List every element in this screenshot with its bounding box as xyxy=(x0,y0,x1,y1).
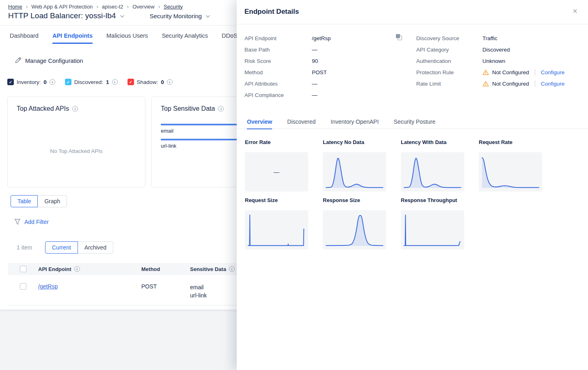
detail-row: Base Path — xyxy=(244,45,318,54)
detail-row: API Endpoint /getRsp xyxy=(244,34,331,42)
top-attacked-apis-card: Top Attacked APIs No Top Attacked APIs xyxy=(7,97,145,187)
col-method: Method xyxy=(141,266,190,272)
chevron-right-icon xyxy=(127,3,129,10)
shadow-count: 0 xyxy=(161,79,164,85)
tab-security-analytics[interactable]: Security Analytics xyxy=(162,32,208,44)
divider xyxy=(237,129,588,129)
manage-configuration-button[interactable]: Manage Configuration xyxy=(15,57,83,64)
breadcrumb-overview[interactable]: Overview xyxy=(132,4,154,10)
tab-api-endpoints[interactable]: API Endpoints xyxy=(52,32,93,44)
no-data-dash: — xyxy=(274,169,279,175)
col-api-endpoint: API Endpoint xyxy=(38,266,71,272)
info-icon[interactable] xyxy=(72,106,78,112)
monitoring-mode-select[interactable]: Security Monitoring xyxy=(150,13,209,19)
detail-row: Discovery Source Traffic xyxy=(416,34,497,42)
panel-tab-security-posture[interactable]: Security Posture xyxy=(394,118,436,129)
endpoint-link[interactable]: /getRsp xyxy=(38,283,58,290)
request-rate-chart: Request Rate xyxy=(479,139,542,191)
chevron-right-icon xyxy=(96,3,98,10)
warning-icon xyxy=(482,69,489,75)
sparkline xyxy=(245,210,308,250)
row-checkbox[interactable] xyxy=(20,283,26,290)
header-divider xyxy=(0,25,237,26)
page-title-row: HTTP Load Balancer: yossi-lb4 Security M… xyxy=(8,11,209,20)
chevron-down-icon[interactable] xyxy=(120,13,124,17)
endpoint-details-panel: Endpoint Details × API Endpoint /getRsp … xyxy=(237,0,588,370)
sparkline xyxy=(401,210,464,250)
legend-item-discovered: Discovered: 1 xyxy=(65,79,118,85)
breadcrumb-namespace[interactable]: apisec-t2 xyxy=(102,4,123,10)
select-all-checkbox[interactable] xyxy=(20,266,26,272)
info-icon[interactable] xyxy=(167,79,173,85)
funnel-icon xyxy=(14,219,21,225)
inventory-checkbox[interactable] xyxy=(7,79,14,85)
detail-row: API Compliance — xyxy=(244,91,318,99)
table-view-button[interactable]: Table xyxy=(11,195,38,207)
state-toggle: Current Archived xyxy=(45,241,113,254)
panel-tab-overview[interactable]: Overview xyxy=(247,118,272,129)
sparkline xyxy=(323,152,386,191)
top-attacked-empty-text: No Top Attacked APIs xyxy=(8,148,145,154)
screen: Home Web App & API Protection apisec-t2 … xyxy=(0,0,588,370)
close-icon[interactable]: × xyxy=(573,7,577,15)
breadcrumb-security[interactable]: Security xyxy=(164,4,183,10)
main-tabs: Dashboard API Endpoints Malicious Users … xyxy=(10,32,238,44)
sparkline xyxy=(401,152,464,191)
chevron-right-icon xyxy=(26,3,28,10)
discovered-count: 1 xyxy=(106,79,109,85)
panel-header: Endpoint Details × xyxy=(237,0,588,24)
info-icon[interactable] xyxy=(229,266,235,272)
panel-tab-inventory-openapi[interactable]: Inventory OpenAPI xyxy=(331,118,378,129)
chevron-down-icon xyxy=(206,13,210,17)
panel-tabs: Overview Discovered Inventory OpenAPI Se… xyxy=(247,118,435,129)
detail-row: API Attributes — xyxy=(244,80,318,88)
tab-dashboard[interactable]: Dashboard xyxy=(10,32,39,44)
detail-row: Risk Score 90 xyxy=(244,57,318,65)
panel-title: Endpoint Details xyxy=(244,8,299,16)
legend-item-shadow: Shadow: 0 xyxy=(128,79,173,85)
info-icon[interactable] xyxy=(50,79,55,85)
item-count: 1 item xyxy=(17,244,32,251)
copy-icon[interactable] xyxy=(396,34,402,41)
divider xyxy=(535,80,535,87)
page-title: HTTP Load Balancer: yossi-lb4 xyxy=(8,11,116,20)
method-cell: POST xyxy=(141,283,190,290)
info-icon[interactable] xyxy=(112,79,118,85)
warning-icon xyxy=(482,81,489,87)
info-icon[interactable] xyxy=(218,106,224,112)
tab-ddos[interactable]: DDoS xyxy=(222,32,238,44)
endpoint-type-legend: Inventory: 0 Discovered: 1 Shadow: 0 xyxy=(7,79,173,85)
top-attacked-title: Top Attacked APIs xyxy=(17,105,69,112)
inventory-count: 0 xyxy=(43,79,47,85)
configure-rate-limit-link[interactable]: Configure xyxy=(541,81,565,87)
detail-row: Protection Rule Not Configured Configure xyxy=(416,68,564,76)
manage-configuration-label: Manage Configuration xyxy=(25,58,83,64)
graph-view-button[interactable]: Graph xyxy=(37,195,67,207)
current-button[interactable]: Current xyxy=(45,241,78,254)
panel-tab-discovered[interactable]: Discovered xyxy=(287,118,316,129)
tab-malicious-users[interactable]: Malicious Users xyxy=(106,32,148,44)
col-sensitive-data: Sensitive Data xyxy=(190,266,226,272)
error-rate-chart: Error Rate — xyxy=(245,139,308,191)
shadow-checkbox[interactable] xyxy=(128,79,134,85)
configure-protection-rule-link[interactable]: Configure xyxy=(541,69,565,75)
legend-item-inventory: Inventory: 0 xyxy=(7,79,55,85)
add-filter-button[interactable]: Add Filter xyxy=(14,219,49,225)
request-size-chart: Request Size xyxy=(245,197,308,250)
info-icon[interactable] xyxy=(74,266,80,272)
view-toggle: Table Graph xyxy=(11,195,67,207)
breadcrumb-home[interactable]: Home xyxy=(8,4,22,10)
breadcrumb-waap[interactable]: Web App & API Protection xyxy=(31,4,93,10)
sparkline xyxy=(479,152,542,191)
detail-row: Method POST xyxy=(244,68,327,76)
top-sensitive-title: Top Sensitive Data xyxy=(161,105,215,112)
add-filter-label: Add Filter xyxy=(24,219,49,225)
latency-no-data-chart: Latency No Data xyxy=(323,139,386,191)
pencil-icon xyxy=(15,57,22,64)
discovered-checkbox[interactable] xyxy=(65,79,71,85)
breadcrumb: Home Web App & API Protection apisec-t2 … xyxy=(8,3,183,10)
detail-row: Rate Limit Not Configured Configure xyxy=(416,80,564,88)
archived-button[interactable]: Archived xyxy=(78,241,113,254)
response-throughput-chart: Response Throughput xyxy=(401,197,464,250)
sparkline xyxy=(323,210,386,250)
